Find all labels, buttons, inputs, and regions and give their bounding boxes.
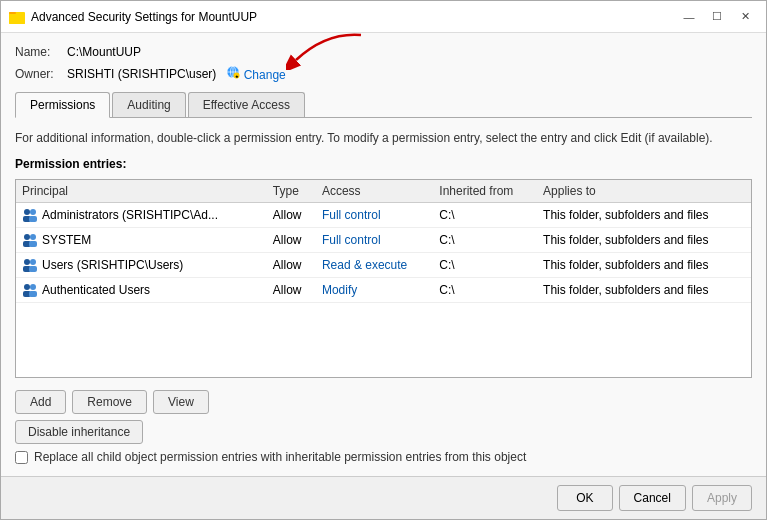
checkbox-row: Replace all child object permission entr… (15, 450, 752, 464)
table-row[interactable]: Users (SRISHTIPC\Users) AllowRead & exec… (16, 252, 751, 277)
cell-type: Allow (267, 202, 316, 227)
owner-row: Owner: SRISHTI (SRISHTIPC\user) ★ Change (15, 65, 752, 82)
svg-rect-26 (29, 291, 37, 297)
principal-text: SYSTEM (42, 233, 91, 247)
title-bar-left: Advanced Security Settings for MountUUP (9, 9, 257, 25)
cell-access: Full control (316, 202, 433, 227)
action-buttons-row: Add Remove View (15, 390, 752, 414)
table-row[interactable]: Authenticated Users AllowModifyC:\This f… (16, 277, 751, 302)
cell-type: Allow (267, 277, 316, 302)
tab-permissions[interactable]: Permissions (15, 92, 110, 118)
svg-rect-22 (29, 266, 37, 272)
svg-point-13 (30, 209, 36, 215)
col-principal: Principal (16, 180, 267, 203)
col-type: Type (267, 180, 316, 203)
svg-rect-14 (29, 216, 37, 222)
view-button[interactable]: View (153, 390, 209, 414)
svg-point-25 (30, 284, 36, 290)
user-group-icon (22, 282, 38, 298)
cell-inherited: C:\ (433, 227, 537, 252)
owner-value: SRISHTI (SRISHTIPC\user) (67, 67, 216, 81)
cell-inherited: C:\ (433, 277, 537, 302)
title-bar: Advanced Security Settings for MountUUP … (1, 1, 766, 33)
user-group-icon (22, 257, 38, 273)
name-value: C:\MountUUP (67, 45, 141, 59)
section-label: Permission entries: (15, 157, 752, 171)
cell-applies: This folder, subfolders and files (537, 227, 751, 252)
name-row: Name: C:\MountUUP (15, 45, 752, 59)
svg-rect-18 (29, 241, 37, 247)
tab-auditing[interactable]: Auditing (112, 92, 185, 117)
disable-inheritance-button[interactable]: Disable inheritance (15, 420, 143, 444)
cell-type: Allow (267, 227, 316, 252)
svg-rect-2 (9, 14, 25, 24)
svg-point-15 (24, 234, 30, 240)
cell-access: Read & execute (316, 252, 433, 277)
table-row[interactable]: SYSTEM AllowFull controlC:\This folder, … (16, 227, 751, 252)
remove-button[interactable]: Remove (72, 390, 147, 414)
user-group-icon (22, 207, 38, 223)
cell-access: Full control (316, 227, 433, 252)
svg-point-11 (24, 209, 30, 215)
cell-applies: This folder, subfolders and files (537, 252, 751, 277)
svg-rect-1 (9, 12, 16, 14)
title-controls: — ☐ ✕ (676, 7, 758, 27)
user-group-icon (22, 232, 38, 248)
svg-point-23 (24, 284, 30, 290)
svg-point-17 (30, 234, 36, 240)
col-inherited: Inherited from (433, 180, 537, 203)
cell-type: Allow (267, 252, 316, 277)
svg-point-19 (24, 259, 30, 265)
close-button[interactable]: ✕ (732, 7, 758, 27)
cell-inherited: C:\ (433, 252, 537, 277)
cell-principal: Authenticated Users (16, 277, 267, 302)
principal-text: Users (SRISHTIPC\Users) (42, 258, 183, 272)
footer: OK Cancel Apply (1, 476, 766, 519)
main-window: Advanced Security Settings for MountUUP … (0, 0, 767, 520)
replace-permissions-checkbox[interactable] (15, 451, 28, 464)
checkbox-label: Replace all child object permission entr… (34, 450, 526, 464)
principal-text: Authenticated Users (42, 283, 150, 297)
description-text: For additional information, double-click… (15, 130, 752, 147)
minimize-button[interactable]: — (676, 7, 702, 27)
apply-button[interactable]: Apply (692, 485, 752, 511)
name-label: Name: (15, 45, 63, 59)
svg-text:★: ★ (235, 74, 239, 79)
folder-icon (9, 9, 25, 25)
add-button[interactable]: Add (15, 390, 66, 414)
disable-inheritance-row: Disable inheritance (15, 420, 752, 444)
table-row[interactable]: Administrators (SRISHTIPC\Ad... AllowFul… (16, 202, 751, 227)
globe-icon: ★ (226, 65, 240, 79)
maximize-button[interactable]: ☐ (704, 7, 730, 27)
permission-table[interactable]: Principal Type Access Inherited from App… (15, 179, 752, 378)
change-label[interactable]: Change (244, 68, 286, 82)
tab-effective-access[interactable]: Effective Access (188, 92, 305, 117)
bottom-area: Add Remove View Disable inheritance Repl… (15, 390, 752, 464)
cell-principal: Administrators (SRISHTIPC\Ad... (16, 202, 267, 227)
cell-principal: SYSTEM (16, 227, 267, 252)
principal-text: Administrators (SRISHTIPC\Ad... (42, 208, 218, 222)
ok-button[interactable]: OK (557, 485, 612, 511)
window-title: Advanced Security Settings for MountUUP (31, 10, 257, 24)
svg-point-21 (30, 259, 36, 265)
cell-principal: Users (SRISHTIPC\Users) (16, 252, 267, 277)
tabs-container: Permissions Auditing Effective Access (15, 92, 752, 118)
cell-inherited: C:\ (433, 202, 537, 227)
table-header-row: Principal Type Access Inherited from App… (16, 180, 751, 203)
owner-label: Owner: (15, 67, 63, 81)
change-link[interactable]: ★ Change (226, 65, 285, 82)
content-area: Name: C:\MountUUP Owner: SRISHTI (SRISHT… (1, 33, 766, 476)
cell-applies: This folder, subfolders and files (537, 277, 751, 302)
cancel-button[interactable]: Cancel (619, 485, 686, 511)
cell-access: Modify (316, 277, 433, 302)
col-applies: Applies to (537, 180, 751, 203)
cell-applies: This folder, subfolders and files (537, 202, 751, 227)
col-access: Access (316, 180, 433, 203)
